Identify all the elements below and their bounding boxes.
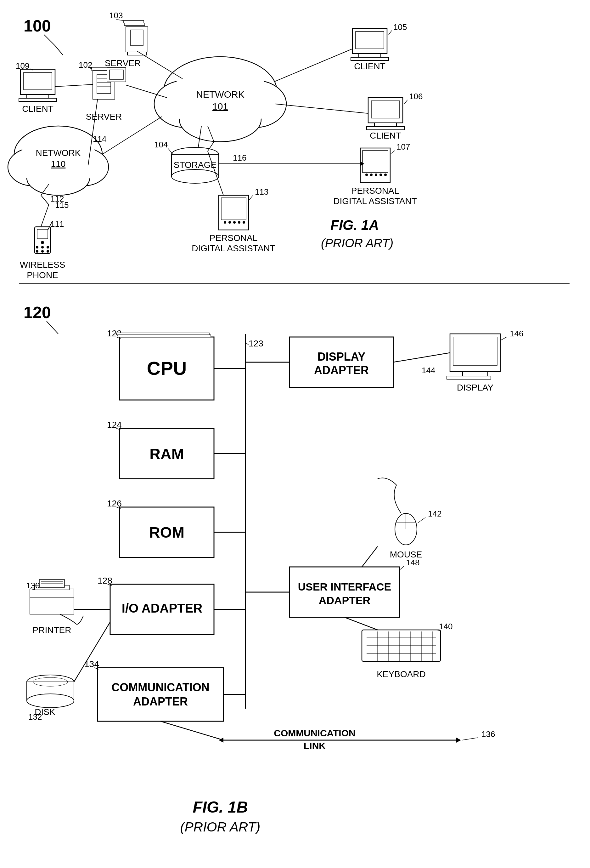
- svg-rect-22: [124, 21, 144, 23]
- svg-line-124: [393, 353, 450, 362]
- num-111: 111: [50, 219, 64, 229]
- phone-label1: WIRELESS: [20, 260, 65, 270]
- pda-113-label1: PERSONAL: [210, 233, 258, 243]
- num-103: 103: [109, 11, 123, 20]
- fig1b-title: FIG. 1B: [193, 799, 248, 816]
- svg-point-56: [365, 174, 368, 176]
- svg-point-77: [41, 250, 44, 252]
- num-142: 142: [428, 509, 441, 518]
- svg-point-155: [27, 694, 74, 708]
- svg-rect-24: [352, 28, 387, 53]
- svg-line-84: [274, 49, 352, 82]
- num-109: 109: [16, 61, 29, 71]
- storage-104: 104 STORAGE: [154, 140, 219, 183]
- svg-line-123: [501, 337, 507, 340]
- svg-point-64: [224, 221, 226, 224]
- svg-rect-119: [450, 334, 500, 372]
- svg-point-57: [370, 174, 372, 176]
- display-label: DISPLAY: [457, 383, 494, 393]
- svg-rect-32: [366, 127, 405, 130]
- ui-adapter-component: USER INTERFACE ADAPTER 148: [246, 558, 419, 617]
- svg-line-96: [102, 117, 162, 154]
- svg-rect-145: [30, 589, 74, 614]
- num-140: 140: [439, 622, 453, 631]
- network-101-label: NETWORK: [196, 89, 244, 99]
- display-component: 146 DISPLAY 144: [393, 329, 523, 393]
- network-110-label: NETWORK: [35, 148, 81, 158]
- svg-line-81: [55, 84, 93, 87]
- svg-rect-62: [219, 195, 249, 230]
- display-adapter-label1: DISPLAY: [318, 350, 366, 363]
- printer-component: 130 PRINTER: [26, 580, 110, 635]
- client-105-label: CLIENT: [354, 61, 385, 71]
- num-107: 107: [396, 142, 410, 152]
- display-adapter-label2: ADAPTER: [314, 364, 369, 377]
- client-105: 105 CLIENT: [351, 22, 407, 71]
- svg-point-65: [228, 221, 231, 224]
- svg-line-163: [462, 738, 478, 740]
- cpu-label: CPU: [147, 358, 187, 379]
- fig1b-prior-art: (PRIOR ART): [180, 819, 260, 834]
- svg-line-127: [400, 566, 404, 570]
- svg-line-53: [168, 148, 172, 154]
- num-136: 136: [481, 729, 495, 739]
- svg-rect-31: [374, 123, 396, 127]
- num-144: 144: [422, 366, 435, 375]
- num-130: 130: [26, 581, 40, 590]
- svg-rect-122: [447, 376, 491, 379]
- server-102-label: SERVER: [86, 112, 122, 121]
- svg-line-94: [41, 205, 49, 227]
- comm-link-component: COMMUNICATION LINK 136: [160, 721, 495, 751]
- svg-line-144: [344, 617, 378, 630]
- svg-line-98: [47, 321, 58, 334]
- num-115: 115: [55, 200, 69, 210]
- network-101-num: 101: [212, 101, 228, 112]
- svg-point-75: [47, 246, 49, 248]
- svg-point-72: [41, 241, 44, 244]
- svg-point-50: [172, 170, 219, 183]
- svg-rect-36: [27, 94, 49, 98]
- pda-107: 107 PERSONAL DIGITAL ASSISTANT: [333, 142, 417, 206]
- svg-rect-29: [368, 97, 403, 123]
- ui-label2: ADAPTER: [319, 594, 370, 606]
- comm-label1: COMMUNICATION: [111, 681, 209, 694]
- svg-rect-121: [463, 372, 488, 376]
- svg-rect-114: [97, 668, 224, 721]
- network-110-num: 110: [51, 159, 66, 169]
- svg-marker-162: [456, 738, 461, 743]
- page: 100 NETWORK 101 NETWORK 110: [0, 0, 590, 868]
- bus-num: 123: [249, 338, 263, 348]
- svg-line-1: [55, 46, 63, 55]
- phone-111: 111 WIRELESS PHONE: [20, 219, 65, 280]
- client-106-label: CLIENT: [370, 131, 401, 140]
- io-adapter-component: I/O ADAPTER 128: [97, 576, 246, 635]
- num-106: 106: [409, 92, 422, 101]
- num-146: 146: [510, 329, 523, 338]
- svg-rect-20: [127, 52, 146, 55]
- svg-point-60: [384, 174, 387, 176]
- pda-113: 113 PERSONAL DIGITAL ASSISTANT: [192, 187, 275, 253]
- num-105: 105: [393, 22, 407, 32]
- client-109: 109 CLIENT: [16, 61, 57, 114]
- printer-label: PRINTER: [33, 625, 71, 635]
- svg-rect-18: [126, 27, 148, 52]
- comm-link-label1: COMMUNICATION: [274, 728, 355, 738]
- svg-line-85: [275, 104, 368, 114]
- pda-113-label2: DIGITAL ASSISTANT: [192, 244, 275, 253]
- comm-adapter-component: COMMUNICATION ADAPTER 134: [84, 659, 246, 721]
- phone-label2: PHONE: [27, 270, 58, 280]
- mouse-component: 142 MOUSE: [362, 478, 441, 567]
- network-cloud-101: NETWORK 101: [154, 57, 286, 142]
- svg-point-67: [238, 221, 240, 224]
- fig1a-title: FIG. 1A: [330, 217, 379, 233]
- svg-rect-21: [124, 23, 145, 25]
- rom-component: ROM 126: [107, 499, 246, 558]
- svg-rect-27: [351, 57, 388, 61]
- num-116: 116: [233, 153, 246, 162]
- svg-rect-26: [359, 53, 381, 57]
- svg-line-33: [405, 100, 408, 104]
- svg-line-93: [41, 195, 49, 205]
- keyboard-component: 140 KEYBOARD: [344, 617, 453, 679]
- client-109-label: CLIENT: [22, 104, 53, 114]
- svg-line-0: [44, 35, 55, 46]
